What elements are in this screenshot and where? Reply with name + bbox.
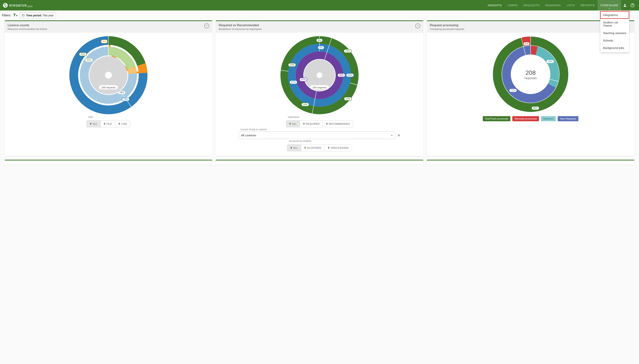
filter-icon [303,123,305,125]
card-help-icon[interactable]: ? [415,24,420,28]
card-stub [5,160,212,165]
center-number: 208 [524,69,537,76]
card-stub [216,160,423,165]
nav-readings[interactable]: READINGS [543,0,564,10]
configure-dropdown: Integrations Student List Theme Teaching… [600,10,629,52]
kind-toggle: ALL FILE LINK [87,120,130,127]
chevron-down-icon: ▼ [608,8,610,9]
kind-all[interactable]: ALL [87,120,100,127]
menu-teaching-sessions[interactable]: Teaching sessions [600,29,629,37]
accessed-legend: Accessed by students [289,140,311,142]
accessed-all[interactable]: ALL [287,144,301,151]
nav-users[interactable]: USERS [505,0,520,10]
menu-background-jobs[interactable]: Background jobs [600,44,629,52]
cards-row: Licence counts Resource communication by… [0,20,639,160]
card-help-icon[interactable]: ? [204,24,209,28]
nav-requests[interactable]: REQUESTS [521,0,543,10]
pct-24b: 24% [344,97,352,101]
importance-toggle: ALL REQUIRED RECOMMENDED [286,120,353,127]
pct-29: 29% [546,60,554,64]
importance-required[interactable]: REQUIRED [300,120,323,127]
nav-configure-label: CONFIGURE [600,4,618,7]
pct-96: 96% [531,106,539,110]
chevron-down-icon: ▼ [391,134,393,136]
importance-legend: Importance [288,116,299,118]
user-icon[interactable] [621,4,629,7]
filter-icon [328,147,330,149]
pct-5b: 5% [317,46,324,50]
filter-icon [118,123,120,125]
filters-label: Filters: [2,14,11,17]
filter-icon [104,123,106,125]
card-stub [427,160,634,165]
card-subtitle: Breakdown of resources by importance [219,28,262,30]
card-title: Request processing [430,24,464,27]
logo-swirl-icon [3,3,8,8]
kind-link[interactable]: LINK [115,120,130,127]
svg-point-18 [317,72,322,78]
time-period-filter[interactable]: Time period: This year [20,12,56,18]
pct-24c: 24% [301,102,309,106]
time-period-value: This year [43,14,54,17]
nav-configure[interactable]: CONFIGURE ▼ [598,0,621,10]
nav-lists[interactable]: LISTS [564,0,578,10]
menu-schools[interactable]: Schools [600,37,629,44]
card-subtitle: Resource communication by licence [8,28,47,30]
svg-point-11 [105,72,112,79]
filter-funnel-icon[interactable]: ▾ [13,14,18,17]
accessed-unaccessed[interactable]: UNACCESSED [325,144,352,151]
card-required-recommended: Required vs Recommended Breakdown of res… [216,20,423,156]
importance-recommended[interactable]: RECOMMENDED [323,120,353,127]
logo-suffix: plus [28,5,33,8]
pct-48-outer: 48% [346,73,354,77]
filter-icon [290,147,292,149]
help-icon[interactable] [629,3,636,8]
reqrec-donut-chart[interactable]: 5% 5% 24% 48% 48% 24% 24% 24% 47% 47% 19… [280,36,359,115]
menu-integrations[interactable]: Integrations [600,11,629,19]
kind-file[interactable]: FILE [100,120,115,127]
pct-76-inner: 76% [118,90,126,94]
pct-71: 71% [509,88,517,92]
accessed-toggle: ALL ACCESSED UNACCESSED [287,144,352,151]
pct-4: 4% [101,40,107,44]
nav-reports[interactable]: REPORTS [578,0,598,10]
clear-licence-icon[interactable]: ✕ [397,133,401,138]
licence-select[interactable]: All Licences ▼ [238,132,395,139]
kind-legend: Kind [88,116,93,118]
card-title: Required vs Recommended [219,24,262,27]
main-nav: INSIGHTS USERS REQUESTS READINGS LISTS R… [485,0,636,10]
menu-student-list-theme[interactable]: Student List Theme [600,19,629,29]
legend-fasttrack[interactable]: FastTrack processed [483,116,510,121]
filter-icon [326,123,328,125]
legend-new[interactable]: New Requests [558,116,578,121]
accessed-accessed[interactable]: ACCESSED [301,144,325,151]
svg-point-0 [624,4,626,5]
pct-47-outer: 47% [289,80,297,84]
chart-center-label: 199 requests [99,85,118,90]
filter-icon [289,123,291,125]
pct-48-inner: 48% [338,73,346,77]
card-title: Licence counts [8,24,47,27]
importance-all[interactable]: ALL [286,120,300,127]
processing-donut-chart[interactable]: 4% 29% 71% 96% 208 requests [492,36,569,113]
processing-legend: FastTrack processed Manually processed R… [479,116,582,121]
time-period-label: Time period [26,14,41,17]
chart-center-label: 199 requests [310,85,329,90]
legend-rollovers[interactable]: Rollovers [541,116,556,121]
card-licence-counts: Licence counts Resource communication by… [5,20,212,156]
legend-manual[interactable]: Manually processed [512,116,539,121]
licence-donut-chart[interactable]: 4% 20% 20% 76% 76% 199 requests [69,36,147,115]
pct-24a: 24% [344,49,352,53]
pct-20-outer: 20% [79,52,87,56]
licence-select-value: All Licences [241,134,256,137]
center-label: requests [524,76,537,80]
licence-select-legend: Licence Group or Licence [240,128,266,131]
pct-76-outer: 76% [122,98,130,101]
filter-icon [304,147,306,149]
pct-47-inner: 47% [299,78,307,82]
filter-icon [90,123,92,125]
next-cards-row [0,160,639,168]
pct-5a: 5% [316,38,323,42]
nav-insights[interactable]: INSIGHTS [485,0,505,10]
logo[interactable]: ereserve plus [3,3,33,8]
